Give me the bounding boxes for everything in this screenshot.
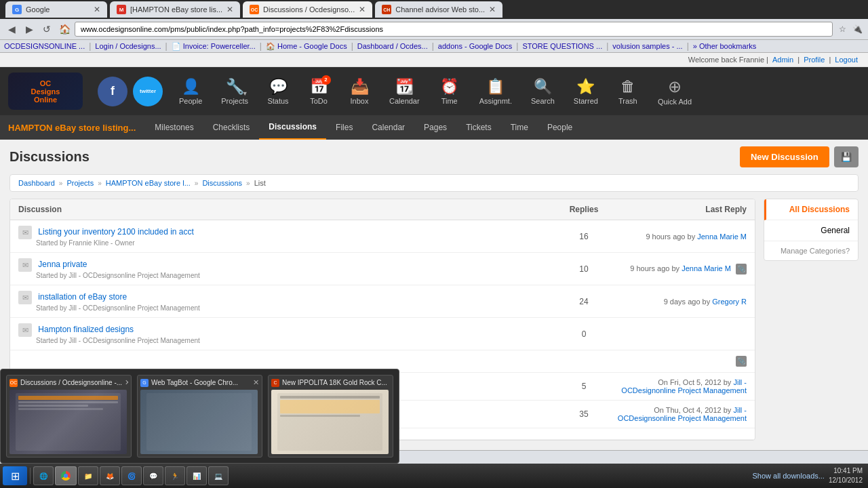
start-button[interactable]: ⊞ — [3, 466, 27, 485]
manage-categories[interactable]: Manage Categories? — [764, 241, 858, 260]
logout-link[interactable]: Logout — [835, 56, 858, 64]
bk-google-docs[interactable]: 🏠 Home - Google Docs — [266, 42, 347, 51]
nav-milestones[interactable]: Milestones — [145, 116, 203, 139]
taskbar-chrome[interactable] — [55, 466, 77, 485]
preview-ippolita[interactable]: C New IPPOLITA 18K Gold Rock C... ✕ — [268, 375, 393, 458]
taskbar-ie[interactable]: 🌐 — [33, 466, 54, 485]
replies-3: 24 — [557, 297, 611, 306]
nav-calendar-sub[interactable]: Calendar — [362, 116, 414, 139]
taskbar-app7[interactable]: 🏃 — [165, 466, 185, 485]
nav-people[interactable]: 👤 People — [170, 73, 212, 110]
disc-title-2[interactable]: Jenna private — [38, 260, 87, 269]
nav-trash[interactable]: 🗑 Trash — [608, 73, 648, 110]
last-reply-2: 9 hours ago by Jenna Marie M 📎 — [611, 264, 747, 274]
bk-volusion[interactable]: volusion samples - ... — [612, 42, 682, 50]
nav-projects-label: Projects — [221, 97, 248, 105]
preview-discussions[interactable]: OC Discussions / Ocdesignsonline -... ✕ — [6, 375, 132, 458]
tab-discussions-close[interactable]: ✕ — [359, 5, 366, 14]
disc-title-3[interactable]: installation of eBay store — [38, 292, 127, 302]
disc-title-row: ✉ Listing your inventory 2100 included i… — [18, 226, 557, 239]
nav-calendar[interactable]: 📆 Calendar — [380, 73, 429, 110]
gmail-favicon: M — [117, 5, 126, 14]
taskbar-app5[interactable]: 🌀 — [121, 466, 142, 485]
extensions-btn[interactable]: 🔌 — [850, 22, 864, 36]
project-title[interactable]: HAMPTON eBay store listing... — [8, 116, 145, 140]
address-bar[interactable] — [75, 22, 833, 37]
table-row: ✉ Jenna private Started by Jill - OCDesi… — [10, 253, 755, 285]
bc-discussions[interactable]: Discussions — [202, 179, 242, 187]
taskbar-excel[interactable]: 📊 — [186, 466, 207, 485]
preview-close-2[interactable]: ✕ — [253, 378, 259, 387]
nav-search[interactable]: 🔍 Search — [521, 73, 564, 110]
bc-projects[interactable]: Projects — [66, 179, 94, 187]
bk-store-questions[interactable]: STORE QUESTIONS ... — [522, 42, 602, 50]
bc-dashboard[interactable]: Dashboard — [18, 179, 55, 187]
nav-discussions[interactable]: Discussions — [259, 115, 326, 140]
welcome-text: Welcome back Frannie | — [688, 56, 768, 64]
tab-gmail[interactable]: M [HAMPTON eBay store lis... ✕ — [110, 1, 240, 18]
sidebar-general[interactable]: General — [764, 220, 858, 241]
nav-projects[interactable]: 🔧▼ Projects — [212, 73, 258, 110]
replies-4: 0 — [557, 329, 611, 339]
nav-tickets[interactable]: Tickets — [456, 116, 501, 139]
tab-channel-close[interactable]: ✕ — [489, 5, 496, 14]
google-favicon: G — [12, 5, 22, 14]
preview-close-1[interactable]: ✕ — [125, 378, 128, 387]
nav-inbox[interactable]: 📥 Inbox — [339, 73, 380, 110]
nav-starred[interactable]: ⭐ Starred — [564, 73, 608, 110]
preview-title-1: OC Discussions / Ocdesignsonline -... ✕ — [9, 378, 128, 387]
assignments-icon: 📋 — [486, 78, 505, 96]
last-reply-user-3[interactable]: Gregory R — [712, 298, 747, 306]
nav-status[interactable]: 💬 Status — [258, 73, 298, 110]
disc-title-1[interactable]: Listing your inventory 2100 included in … — [38, 227, 193, 237]
bk-ocdesigns[interactable]: OCDESIGNSONLINE ... — [4, 42, 85, 50]
admin-link[interactable]: Admin — [772, 56, 793, 64]
tab-google-close[interactable]: ✕ — [94, 5, 100, 14]
tab-gmail-close[interactable]: ✕ — [226, 5, 233, 14]
bookmark-star[interactable]: ☆ — [835, 22, 849, 36]
nav-time-sub[interactable]: Time — [501, 116, 538, 139]
bk-login[interactable]: Login / Ocdesigns... — [95, 42, 161, 50]
nav-pages[interactable]: Pages — [414, 116, 456, 139]
taskbar-filezilla[interactable]: 📁 — [78, 466, 98, 485]
bk-invoice[interactable]: 📄 Invoice: Powerceller... — [172, 42, 256, 51]
taskbar-app9[interactable]: 💻 — [208, 466, 229, 485]
bk-dashboard[interactable]: Dashboard / Ocdes... — [357, 42, 428, 50]
nav-quickadd[interactable]: ⊕ Quick Add — [648, 72, 701, 111]
show-downloads[interactable]: Show all downloads... — [753, 472, 825, 480]
reload-button[interactable]: ↺ — [39, 22, 54, 37]
taskbar-firefox[interactable]: 🦊 — [100, 466, 120, 485]
back-button[interactable]: ◀ — [4, 22, 19, 37]
app-logo[interactable]: OCDesignsOnline — [0, 67, 91, 115]
replies-1: 16 — [557, 232, 611, 241]
nav-search-label: Search — [531, 97, 555, 105]
preview-title-3: C New IPPOLITA 18K Gold Rock C... ✕ — [271, 378, 390, 387]
nav-files[interactable]: Files — [326, 116, 362, 139]
sidebar-section: All Discussions General Manage Categorie… — [764, 199, 859, 261]
last-reply-user-1[interactable]: Jenna Marie M — [697, 232, 747, 241]
tab-google[interactable]: G Google ✕ — [5, 1, 107, 18]
preview-tagbot[interactable]: G Web TagBot - Google Chro... ✕ — [137, 375, 262, 458]
nav-assignments[interactable]: 📋 Assignmt. — [470, 73, 521, 110]
bk-addons[interactable]: addons - Google Docs — [438, 42, 512, 50]
sidebar-all-discussions[interactable]: All Discussions — [764, 199, 858, 220]
forward-button[interactable]: ▶ — [22, 22, 37, 37]
profile-link[interactable]: Profile — [804, 56, 825, 64]
browser-toolbar: ◀ ▶ ↺ 🏠 ☆ 🔌 — [0, 19, 868, 40]
twitter-button[interactable]: twitter — [133, 77, 163, 106]
save-icon-button[interactable]: 💾 — [834, 146, 859, 167]
bc-hampton[interactable]: HAMPTON eBay store l... — [106, 179, 191, 187]
nav-todo[interactable]: 📅2 ToDo — [298, 73, 339, 110]
taskbar-skype[interactable]: 💬 — [143, 466, 163, 485]
facebook-button[interactable]: f — [98, 77, 127, 106]
last-reply-user-2[interactable]: Jenna Marie M — [682, 264, 731, 272]
home-button[interactable]: 🏠 — [57, 22, 72, 37]
tab-channel[interactable]: CH Channel advisor Web sto... ✕ — [375, 1, 502, 18]
tab-discussions[interactable]: OC Discussions / Ocdesignso... ✕ — [243, 1, 372, 18]
disc-title-4[interactable]: Hampton finalized designs — [38, 325, 134, 334]
nav-checklists[interactable]: Checklists — [203, 116, 260, 139]
nav-time[interactable]: ⏰ Time — [429, 73, 470, 110]
bk-other[interactable]: » Other bookmarks — [693, 42, 757, 50]
new-discussion-button[interactable]: New Discussion — [740, 146, 829, 167]
nav-people-sub[interactable]: People — [538, 116, 582, 139]
